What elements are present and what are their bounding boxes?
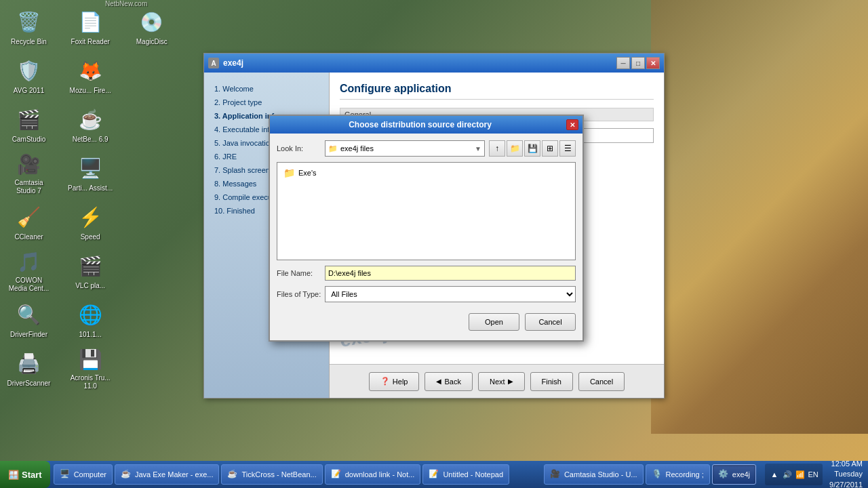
taskbar-running-apps: 🖥️ Computer ☕ Java Exe Maker - exe... ☕ …	[50, 461, 760, 488]
recording-icon: 🎙️	[652, 469, 663, 480]
tray-volume-icon[interactable]: 🔊	[782, 469, 793, 480]
download-label: download link - Not...	[345, 470, 415, 479]
file-browser[interactable]: 📁 Exe's	[277, 162, 576, 260]
large-icons-button[interactable]: ⊞	[542, 140, 558, 157]
look-in-row: Look In: 📁 exe4j files ▼ ↑ 📁 💾 ⊞ ☰	[277, 140, 576, 157]
tickcross-label: TickCross - NetBean...	[241, 470, 316, 479]
folder-exes-label: Exe's	[298, 169, 317, 177]
start-button[interactable]: 🪟 Start	[0, 461, 50, 488]
nav-up-button[interactable]: ↑	[489, 140, 505, 157]
taskbar[interactable]: 🪟 Start 🖥️ Computer ☕ Java Exe Maker - e…	[0, 461, 868, 488]
save-button[interactable]: 💾	[524, 140, 540, 157]
camtasia-u-icon: 🎥	[550, 469, 561, 480]
parti-label: Parti... Assist...	[68, 184, 113, 192]
clock-area[interactable]: 12:05 AM Tuesday 9/27/2011	[826, 459, 863, 488]
dialog-titlebar[interactable]: Choose distribution source directory ✕	[270, 116, 583, 134]
computer-icon: 🖥️	[60, 469, 71, 480]
dropdown-arrow-icon: ▼	[475, 145, 481, 152]
desktop-icon-foxit[interactable]: 📄 Foxit Reader	[65, 3, 116, 51]
folder-exes-icon: 📁	[283, 167, 295, 178]
folder-icon: 📁	[328, 144, 338, 153]
taskbar-item-java-exe[interactable]: ☕ Java Exe Maker - exe...	[115, 464, 220, 485]
desktop-icon-mozilla[interactable]: 🦊 Mozu... Fire...	[65, 52, 116, 100]
tray-lang-icon[interactable]: EN	[808, 469, 818, 480]
choose-directory-dialog: Choose distribution source directory ✕ L…	[269, 115, 584, 342]
ccleaner-label: CCleaner	[14, 233, 43, 241]
taskbar-item-tickcross[interactable]: ☕ TickCross - NetBean...	[221, 464, 322, 485]
tray-arrow-icon[interactable]: ▲	[769, 469, 780, 480]
dialog-footer: Open Cancel	[277, 308, 576, 333]
files-of-type-dropdown[interactable]: All Files	[325, 286, 576, 302]
create-folder-button[interactable]: 📁	[507, 140, 523, 157]
camtasia-icon: 🎥	[16, 152, 43, 177]
netbeans-label: NetBe... 6.9	[73, 136, 108, 144]
acronis-icon: 💾	[77, 347, 104, 372]
dialog-body: Look In: 📁 exe4j files ▼ ↑ 📁 💾 ⊞ ☰	[270, 134, 583, 340]
desktop-icon-avg[interactable]: 🛡️ AVG 2011	[3, 52, 54, 100]
java-exe-icon: ☕	[121, 469, 132, 480]
desktop-icon-ip[interactable]: 🌐 101.1...	[65, 296, 116, 344]
taskbar-item-exe4j[interactable]: ⚙️ exe4j	[712, 464, 756, 485]
desktop-photo	[651, 0, 868, 434]
desktop-icon-driverfinder[interactable]: 🔍 DriverFinder	[3, 296, 54, 344]
speed-label: Speed	[81, 233, 100, 241]
computer-label: Computer	[74, 470, 106, 479]
camtasia-u-label: Camtasia Studio - U...	[564, 470, 637, 479]
dialog-close-button[interactable]: ✕	[566, 119, 578, 130]
magicdisc-label: MagicDisc	[136, 38, 167, 46]
dialog-title: Choose distribution source directory	[274, 120, 566, 129]
taskbar-item-computer[interactable]: 🖥️ Computer	[54, 464, 113, 485]
file-name-input[interactable]	[325, 266, 576, 281]
driverfinder-label: DriverFinder	[10, 331, 47, 339]
avg-label: AVG 2011	[14, 87, 44, 95]
taskbar-item-recording[interactable]: 🎙️ Recording ;	[646, 464, 710, 485]
desktop-icon-camtasia[interactable]: 🎥 Camtasia Studio 7	[3, 150, 54, 197]
look-in-dropdown[interactable]: 📁 exe4j files ▼	[325, 140, 485, 157]
desktop-icons: 🗑️ Recycle Bin 🛡️ AVG 2011 🎬 CamStudio 🎥…	[0, 0, 190, 434]
ip-icon: 🌐	[77, 302, 104, 329]
exe4j-window: A exe4j ─ □ ✕ 1. Welcome 2. Project type…	[203, 53, 665, 399]
taskbar-item-camtasia-u[interactable]: 🎥 Camtasia Studio - U...	[544, 464, 644, 485]
dialog-open-button[interactable]: Open	[469, 313, 519, 331]
desktop-icon-vlc[interactable]: 🎬 VLC pla...	[65, 247, 116, 295]
desktop-icon-driverscanner[interactable]: 🖨️ DriverScanner	[3, 345, 54, 392]
cowon-icon: 🎵	[16, 249, 43, 274]
taskbar-item-notepad[interactable]: 📝 Untitled - Notepad	[422, 464, 509, 485]
desktop-icon-magicdisc[interactable]: 💿 MagicDisc	[126, 3, 177, 51]
details-button[interactable]: ☰	[559, 140, 576, 157]
desktop: NetbNew.com 🗑️ Recycle Bin 🛡️ AVG 2011 🎬…	[0, 0, 868, 488]
desktop-icon-netbeans[interactable]: ☕ NetBe... 6.9	[65, 101, 116, 148]
mozilla-icon: 🦊	[77, 58, 104, 85]
desktop-icon-parti[interactable]: 🖥️ Parti... Assist...	[65, 150, 116, 197]
folder-item-exes[interactable]: 📁 Exe's	[281, 166, 572, 180]
look-in-label: Look In:	[277, 144, 321, 152]
magicdisc-icon: 💿	[138, 9, 165, 36]
files-of-type-label: Files of Type:	[277, 290, 321, 298]
recycle-bin-label: Recycle Bin	[11, 38, 47, 46]
ip-label: 101.1...	[79, 331, 101, 339]
look-in-value: exe4j files	[340, 144, 374, 152]
desktop-icon-acronis[interactable]: 💾 Acronis Tru... 11.0	[65, 345, 116, 392]
avg-icon: 🛡️	[16, 58, 43, 85]
file-name-label: File Name:	[277, 269, 321, 277]
desktop-icon-ccleaner[interactable]: 🧹 CCleaner	[3, 199, 54, 246]
system-tray: ▲ 🔊 📶 EN	[765, 464, 823, 485]
clock-day: Tuesday	[829, 469, 863, 479]
camstudio-label: CamStudio	[12, 136, 45, 144]
driverscanner-label: DriverScanner	[7, 380, 51, 388]
notepad-label: Untitled - Notepad	[443, 470, 503, 479]
files-of-type-row: Files of Type: All Files	[277, 286, 576, 302]
camstudio-icon: 🎬	[16, 106, 43, 134]
desktop-icon-recycle-bin[interactable]: 🗑️ Recycle Bin	[3, 3, 54, 51]
driverfinder-icon: 🔍	[16, 302, 43, 329]
tray-network-icon[interactable]: 📶	[795, 469, 806, 480]
desktop-icon-cowon[interactable]: 🎵 COWON Media Cent...	[3, 247, 54, 295]
desktop-icon-speed[interactable]: ⚡ Speed	[65, 199, 116, 246]
speed-icon: ⚡	[77, 204, 104, 231]
taskbar-item-download[interactable]: 📝 download link - Not...	[325, 464, 421, 485]
download-icon: 📝	[331, 469, 342, 480]
java-exe-label: Java Exe Maker - exe...	[135, 470, 214, 479]
dialog-cancel-button[interactable]: Cancel	[525, 313, 576, 331]
exe4j-task-icon: ⚙️	[718, 469, 729, 480]
desktop-icon-camstudio[interactable]: 🎬 CamStudio	[3, 101, 54, 148]
